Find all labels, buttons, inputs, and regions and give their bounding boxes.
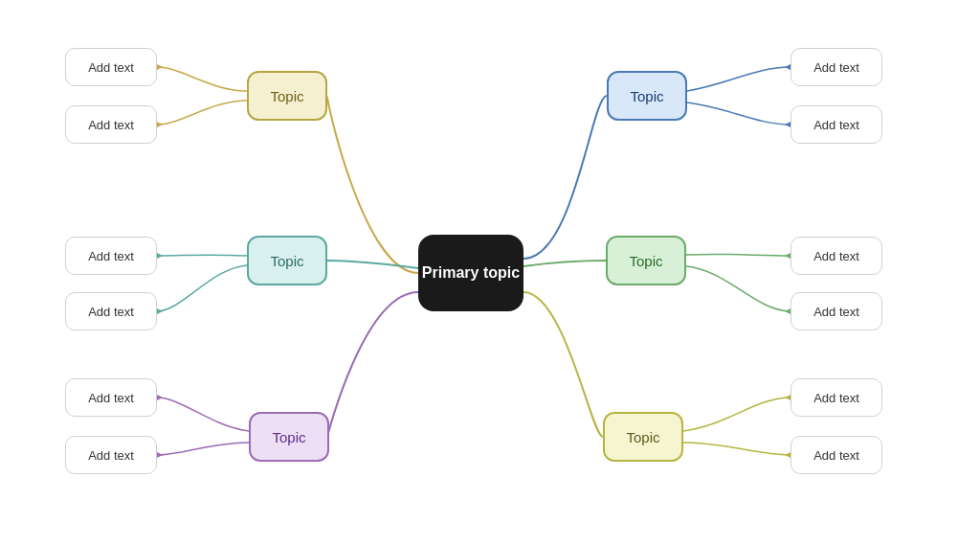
svg-marker-0 [157,64,163,70]
topic-node-top-right[interactable]: Topic [607,71,687,121]
primary-topic-node[interactable]: Primary topic [418,235,523,311]
svg-marker-1 [157,122,163,127]
leaf-br-1[interactable]: Add text [791,378,882,417]
topic-node-top-left[interactable]: Topic [247,71,327,121]
topic-node-bot-right[interactable]: Topic [603,412,683,462]
leaf-tr-2[interactable]: Add text [791,105,882,144]
topic-node-mid-left[interactable]: Topic [247,236,327,285]
leaf-bl-1[interactable]: Add text [65,378,157,417]
topic-node-bot-left[interactable]: Topic [249,412,329,462]
leaf-ml-1[interactable]: Add text [65,237,157,275]
svg-marker-4 [157,395,163,400]
leaf-mr-2[interactable]: Add text [791,292,882,330]
svg-marker-3 [157,308,163,314]
leaf-ml-2[interactable]: Add text [65,292,157,330]
leaf-tr-1[interactable]: Add text [791,48,882,86]
leaf-tl-1[interactable]: Add text [65,48,157,86]
leaf-bl-2[interactable]: Add text [65,436,157,474]
topic-node-mid-right[interactable]: Topic [606,236,686,285]
leaf-br-2[interactable]: Add text [791,436,882,474]
leaf-tl-2[interactable]: Add text [65,105,157,144]
leaf-mr-1[interactable]: Add text [791,237,882,275]
svg-marker-2 [157,253,163,259]
svg-marker-5 [157,452,163,458]
